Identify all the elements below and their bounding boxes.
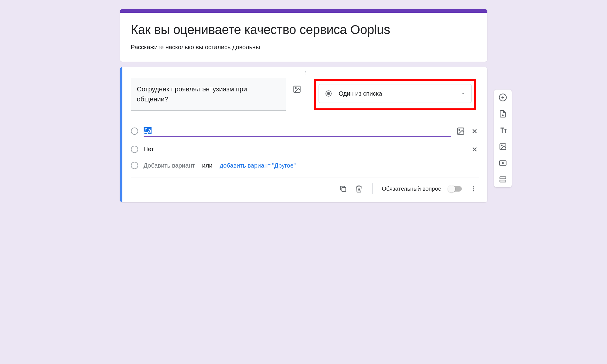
svg-point-9	[473, 190, 474, 192]
add-option-row: Добавить вариант или добавить вариант "Д…	[131, 158, 479, 175]
or-text: или	[202, 162, 213, 169]
options-list: Да	[131, 122, 479, 178]
option-row: Да	[131, 122, 479, 140]
add-title-button[interactable]	[498, 125, 508, 135]
required-toggle[interactable]	[448, 186, 462, 192]
question-title-input[interactable]: Сотрудник проявлял энтузиазм при общении…	[131, 78, 286, 111]
remove-option-button[interactable]	[470, 145, 479, 154]
more-options-button[interactable]	[469, 185, 478, 193]
form-header-card: Как вы оцениваете качество сервиса Ooplu…	[120, 9, 487, 62]
add-section-button[interactable]	[498, 175, 508, 184]
radio-unchecked-icon	[131, 146, 138, 153]
add-question-button[interactable]	[498, 93, 508, 102]
svg-point-7	[473, 186, 474, 188]
duplicate-button[interactable]	[339, 185, 347, 193]
option-input[interactable]: Да	[144, 125, 451, 137]
add-question-image-button[interactable]	[291, 83, 303, 95]
form-title[interactable]: Как вы оцениваете качество сервиса Ooplu…	[131, 22, 476, 37]
add-image-button[interactable]	[498, 142, 508, 151]
svg-point-12	[501, 145, 502, 146]
radio-checked-icon	[325, 90, 332, 97]
question-type-label: Один из списка	[339, 90, 461, 97]
svg-rect-14	[500, 177, 506, 179]
svg-point-3	[327, 92, 330, 95]
side-toolbar	[494, 90, 512, 187]
drag-handle-icon[interactable]: ⠿	[131, 71, 479, 77]
svg-rect-6	[342, 188, 346, 192]
question-type-dropdown[interactable]: Один из списка	[319, 84, 472, 103]
option-input[interactable]: Нет	[144, 144, 465, 155]
delete-button[interactable]	[355, 185, 363, 193]
radio-unchecked-icon	[131, 162, 138, 169]
question-card: ⠿ Сотрудник проявлял энтузиазм при общен…	[120, 67, 487, 202]
divider	[372, 183, 373, 194]
add-option-placeholder[interactable]: Добавить вариант	[144, 162, 195, 169]
svg-point-5	[459, 129, 460, 131]
option-row: Нет	[131, 140, 479, 158]
svg-point-1	[295, 87, 296, 89]
import-questions-button[interactable]	[498, 109, 508, 119]
radio-unchecked-icon	[131, 128, 138, 135]
add-other-option-link[interactable]: добавить вариант "Другое"	[220, 162, 296, 169]
svg-point-8	[473, 188, 474, 189]
chevron-down-icon	[461, 91, 465, 96]
form-description[interactable]: Расскажите насколько вы остались довольн…	[131, 44, 476, 51]
required-label: Обязательный вопрос	[382, 185, 441, 192]
remove-option-button[interactable]	[470, 127, 479, 135]
question-footer: Обязательный вопрос	[131, 178, 479, 197]
add-option-image-button[interactable]	[456, 127, 465, 135]
svg-rect-15	[500, 180, 506, 182]
add-video-button[interactable]	[498, 158, 508, 168]
type-selector-highlight: Один из списка	[314, 79, 476, 110]
